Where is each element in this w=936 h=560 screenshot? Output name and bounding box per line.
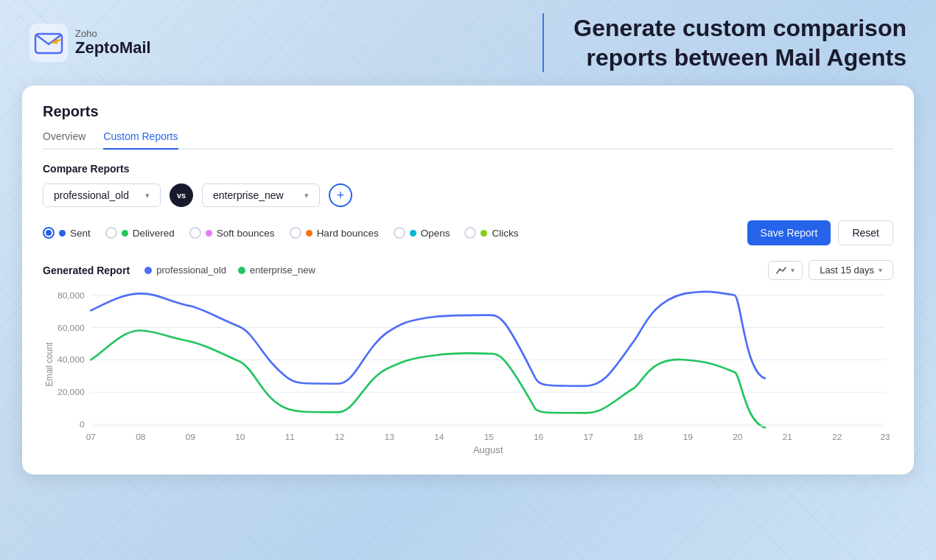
radio-opens [394, 227, 405, 239]
zepto-mail-logo-icon [29, 24, 68, 62]
tab-overview[interactable]: Overview [43, 130, 85, 150]
compare-label: Compare Reports [43, 163, 893, 175]
clicks-dot [481, 230, 487, 237]
filter-hard-bounces[interactable]: Hard bounces [290, 227, 379, 239]
svg-text:80,000: 80,000 [57, 290, 85, 300]
sent-dot [59, 230, 66, 237]
radio-clicks [464, 227, 476, 239]
main-card: Reports Overview Custom Reports Compare … [22, 85, 914, 475]
chevron-down-icon: ▾ [145, 191, 150, 200]
svg-text:07: 07 [86, 432, 96, 441]
header-title: Generate custom comparison reports betwe… [573, 13, 907, 72]
svg-text:11: 11 [285, 432, 295, 441]
svg-text:12: 12 [335, 432, 344, 441]
reset-button[interactable]: Reset [838, 220, 893, 245]
svg-text:40,000: 40,000 [57, 355, 85, 365]
chart-type-button[interactable]: ▾ [768, 261, 803, 280]
legend-agent1: professional_old [144, 265, 226, 276]
svg-text:13: 13 [385, 432, 395, 441]
save-report-button[interactable]: Save Report [747, 220, 831, 245]
chevron-down-icon-2: ▾ [304, 191, 309, 200]
svg-text:20: 20 [733, 432, 743, 441]
svg-text:14: 14 [434, 432, 444, 441]
svg-text:20,000: 20,000 [57, 388, 85, 397]
radio-sent [43, 227, 55, 239]
filter-opens[interactable]: Opens [394, 227, 450, 239]
filter-soft-bounces[interactable]: Soft bounces [189, 227, 275, 239]
filter-row: Sent Delivered Soft bounces Hard bounces… [43, 220, 893, 245]
delivered-dot [122, 230, 128, 237]
chart-legend: professional_old enterprise_new [144, 265, 315, 276]
agent2-dropdown[interactable]: enterprise_new ▾ [202, 183, 320, 207]
svg-text:09: 09 [186, 432, 195, 441]
legend-dot-agent1 [144, 267, 152, 274]
svg-text:21: 21 [783, 432, 792, 441]
svg-text:08: 08 [136, 432, 146, 441]
agent1-dropdown[interactable]: professional_old ▾ [43, 183, 161, 207]
svg-text:Email count: Email count [44, 342, 54, 387]
generated-report-label: Generated Report [43, 265, 130, 276]
filter-clicks[interactable]: Clicks [464, 227, 518, 239]
legend-agent2: enterprise_new [238, 265, 315, 276]
reports-title: Reports [43, 103, 893, 120]
radio-delivered [105, 227, 117, 239]
svg-text:17: 17 [584, 432, 593, 441]
action-buttons: Save Report Reset [747, 220, 893, 245]
radio-hard-bounces [290, 227, 301, 239]
filter-delivered[interactable]: Delivered [105, 227, 175, 239]
filter-sent[interactable]: Sent [43, 227, 91, 239]
generated-report-header: Generated Report professional_old enterp… [43, 260, 893, 280]
chart-container: 80,000 60,000 40,000 20,000 0 Email coun… [43, 287, 893, 457]
svg-text:0: 0 [80, 419, 85, 429]
svg-text:23: 23 [880, 432, 890, 441]
chevron-chart-icon: ▾ [791, 266, 794, 274]
legend-dot-agent2 [238, 267, 245, 274]
chevron-date-icon: ▾ [879, 266, 882, 274]
svg-text:16: 16 [534, 432, 544, 441]
header-divider [542, 13, 544, 72]
report-controls: ▾ Last 15 days ▾ [768, 260, 893, 280]
add-agent-button[interactable]: + [329, 183, 352, 207]
logo-area: Zoho ZeptoMail [29, 24, 151, 62]
opens-dot [410, 230, 416, 237]
soft-bounces-dot [206, 230, 212, 237]
date-range-button[interactable]: Last 15 days ▾ [808, 260, 893, 280]
header: Zoho ZeptoMail Generate custom compariso… [0, 0, 936, 85]
radio-soft-bounces [189, 227, 201, 239]
tabs-container: Overview Custom Reports [43, 130, 893, 150]
svg-text:15: 15 [484, 432, 495, 441]
line-chart-icon [776, 265, 788, 276]
zoho-label: Zoho [75, 28, 151, 39]
zeptomail-label: ZeptoMail [75, 39, 151, 57]
line-chart-svg: 80,000 60,000 40,000 20,000 0 Email coun… [43, 287, 893, 457]
tab-custom-reports[interactable]: Custom Reports [103, 130, 178, 150]
compare-row: professional_old ▾ vs enterprise_new ▾ + [43, 183, 893, 207]
svg-text:10: 10 [235, 432, 245, 441]
hard-bounces-dot [306, 230, 312, 237]
svg-text:22: 22 [832, 432, 842, 441]
svg-text:60,000: 60,000 [57, 323, 85, 332]
svg-text:August: August [473, 444, 503, 455]
svg-text:18: 18 [633, 432, 643, 441]
vs-badge: vs [170, 183, 193, 207]
logo-text: Zoho ZeptoMail [75, 28, 151, 57]
svg-text:19: 19 [683, 432, 693, 441]
